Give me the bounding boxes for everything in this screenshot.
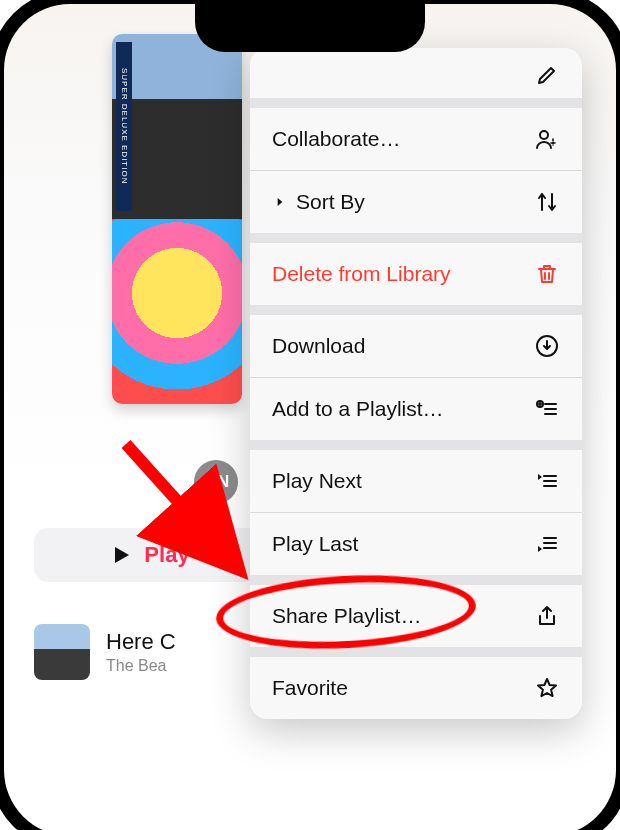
song-thumbnail <box>34 624 90 680</box>
download-icon <box>534 333 560 359</box>
share-icon <box>534 603 560 629</box>
menu-item-label: Sort By <box>296 190 365 214</box>
menu-item-add-to-playlist[interactable]: Add to a Playlist… <box>250 378 582 440</box>
play-last-icon <box>534 531 560 557</box>
menu-item-share-playlist[interactable]: Share Playlist… <box>250 585 582 647</box>
song-artist: The Bea <box>106 657 176 675</box>
menu-separator <box>250 305 582 315</box>
menu-separator <box>250 98 582 108</box>
menu-item-label: Collaborate… <box>272 127 400 151</box>
trash-icon <box>534 261 560 287</box>
svg-point-0 <box>540 131 548 139</box>
album-art-abbey-road: SUPER DELUXE EDITION <box>112 34 242 219</box>
screen: SUPER DELUXE EDITION MN Play Here C The … <box>4 4 616 830</box>
menu-item-label: Share Playlist… <box>272 604 421 628</box>
menu-item-collaborate[interactable]: Collaborate… <box>250 108 582 170</box>
sort-arrows-icon <box>534 189 560 215</box>
menu-item-label: Play Next <box>272 469 362 493</box>
menu-item-play-last[interactable]: Play Last <box>250 513 582 575</box>
star-icon <box>534 675 560 701</box>
notch <box>195 4 425 52</box>
avatar-initials: MN <box>203 472 229 492</box>
song-title: Here C <box>106 629 176 655</box>
pencil-icon <box>534 62 560 88</box>
context-menu: Collaborate… Sort By Delete <box>250 48 582 719</box>
menu-item-sort-by[interactable]: Sort By <box>250 171 582 233</box>
album-edition-label: SUPER DELUXE EDITION <box>116 42 132 211</box>
album-art-magical-mystery <box>112 219 242 404</box>
play-icon <box>108 542 134 568</box>
menu-item-label: Download <box>272 334 365 358</box>
menu-separator <box>250 647 582 657</box>
playlist-cover-grid: SUPER DELUXE EDITION <box>112 34 242 404</box>
menu-separator <box>250 233 582 243</box>
menu-separator <box>250 440 582 450</box>
menu-item-label: Play Last <box>272 532 358 556</box>
menu-item-download[interactable]: Download <box>250 315 582 377</box>
playlist-add-icon <box>534 396 560 422</box>
collaborator-avatar[interactable]: MN <box>194 460 238 504</box>
menu-item-delete[interactable]: Delete from Library <box>250 243 582 305</box>
menu-item-play-next[interactable]: Play Next <box>250 450 582 512</box>
menu-edit-row[interactable] <box>250 48 582 98</box>
play-next-icon <box>534 468 560 494</box>
menu-item-label: Add to a Playlist… <box>272 397 444 421</box>
menu-separator <box>250 575 582 585</box>
play-button-label: Play <box>144 542 189 568</box>
menu-item-favorite[interactable]: Favorite <box>250 657 582 719</box>
menu-item-label: Favorite <box>272 676 348 700</box>
menu-item-label: Delete from Library <box>272 262 451 286</box>
chevron-right-icon <box>272 189 288 215</box>
device-frame: SUPER DELUXE EDITION MN Play Here C The … <box>0 0 620 830</box>
person-add-icon <box>534 126 560 152</box>
play-button[interactable]: Play <box>34 528 264 582</box>
